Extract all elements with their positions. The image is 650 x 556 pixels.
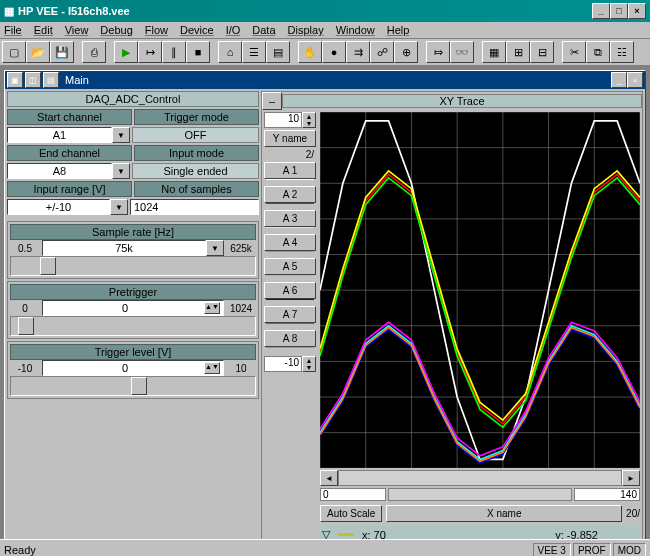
menu-edit[interactable]: Edit [34,24,53,36]
trigger-level-max: 10 [226,363,256,374]
panel-label: DAQ_ADC_Control [7,91,259,107]
add-icon[interactable]: ⊞ [506,41,530,63]
app-icon: ▦ [4,5,14,18]
menu-view[interactable]: View [65,24,89,36]
open-icon[interactable]: 📂 [26,41,50,63]
new-icon[interactable]: ▢ [2,41,26,63]
input-range-select[interactable]: +/-10 ▼ [7,199,128,215]
x-step: 20/ [626,508,640,519]
main-window-title: Main [65,74,89,86]
channel-button-A2[interactable]: A 2 [264,186,316,203]
workspace: ▣ ◫ ▤ Main _ × DAQ_ADC_Control Start cha… [0,66,650,556]
detail-icon[interactable]: ▤ [266,41,290,63]
save-icon[interactable]: 💾 [50,41,74,63]
flow-icon[interactable]: ☍ [370,41,394,63]
trigger-level-value[interactable]: 0 [46,362,204,374]
link-icon[interactable]: ⇉ [346,41,370,63]
channel-button-A4[interactable]: A 4 [264,234,316,251]
titlebar: ▦ HP VEE - I516ch8.vee _ □ × [0,0,650,22]
web-icon[interactable]: ⊕ [394,41,418,63]
run-icon[interactable]: ▶ [114,41,138,63]
main-minimize-button[interactable]: _ [611,72,627,88]
search-icon[interactable]: 👓 [450,41,474,63]
pretrigger-max: 1024 [226,303,256,314]
menu-flow[interactable]: Flow [145,24,168,36]
status-ready: Ready [4,544,36,556]
chevron-down-icon[interactable]: ▼ [112,127,130,143]
cut-icon[interactable]: ✂ [562,41,586,63]
start-channel-select[interactable]: A1 ▼ [7,127,130,143]
menu-window[interactable]: Window [336,24,375,36]
pause-icon[interactable]: ∥ [162,41,186,63]
break-icon[interactable]: ● [322,41,346,63]
channel-button-A5[interactable]: A 5 [264,258,316,275]
y-top-input[interactable]: 10▲▼ [264,112,316,128]
trigger-level-header: Trigger level [V] [10,344,256,360]
main-window-titlebar[interactable]: ▣ ◫ ▤ Main _ × [5,71,645,89]
hand-icon[interactable]: ✋ [298,41,322,63]
control-panel: DAQ_ADC_Control Start channel Trigger mo… [7,91,259,540]
channel-button-A8[interactable]: A 8 [264,330,316,347]
trigger-level-block: Trigger level [V] -10 0▲▼ 10 [7,341,259,399]
no-samples-input[interactable]: 1024 [130,199,259,215]
main-close-button[interactable]: × [627,72,643,88]
menu-file[interactable]: File [4,24,22,36]
menu-debug[interactable]: Debug [100,24,132,36]
y-bottom-input[interactable]: -10▲▼ [264,356,316,372]
print-icon[interactable]: ⎙ [82,41,106,63]
menu-data[interactable]: Data [252,24,275,36]
window-icon-2[interactable]: ◫ [25,72,41,88]
window-icon-3[interactable]: ▤ [43,72,59,88]
paste-icon[interactable]: ☷ [610,41,634,63]
channel-button-A3[interactable]: A 3 [264,210,316,227]
plot-hscroll[interactable]: ◄► [320,470,640,486]
trace-title: XY Trace [282,94,642,108]
trigger-mode-value[interactable]: OFF [132,127,259,143]
window-icon[interactable]: ▣ [7,72,23,88]
sample-rate-slider[interactable] [10,256,256,276]
menubar: File Edit View Debug Flow Device I/O Dat… [0,22,650,39]
copy-icon[interactable]: ⧉ [586,41,610,63]
remove-icon[interactable]: ⊟ [530,41,554,63]
menu-display[interactable]: Display [288,24,324,36]
step-icon[interactable]: ↦ [138,41,162,63]
x-max[interactable]: 140 [574,488,640,501]
find-icon[interactable]: ⤇ [426,41,450,63]
x-min[interactable]: 0 [320,488,386,501]
status-mod: MOD [613,543,646,557]
plot-area[interactable] [320,112,640,468]
menu-device[interactable]: Device [180,24,214,36]
minimize-button[interactable]: _ [592,3,610,19]
x-name-button[interactable]: X name [386,505,622,522]
input-mode-header: Input mode [134,145,259,161]
maximize-button[interactable]: □ [610,3,628,19]
trigger-level-slider[interactable] [10,376,256,396]
list-icon[interactable]: ☰ [242,41,266,63]
input-mode-value[interactable]: Single ended [132,163,259,179]
channel-button-A1[interactable]: A 1 [264,162,316,179]
home-icon[interactable]: ⌂ [218,41,242,63]
end-channel-select[interactable]: A8 ▼ [7,163,130,179]
chevron-down-icon[interactable]: ▼ [206,240,224,256]
pretrigger-value[interactable]: 0 [46,302,204,314]
y-axis-controls: 10▲▼ Y name 2/ A 1A 2A 3A 4A 5A 6A 7A 8 … [262,110,318,542]
close-button[interactable]: × [628,3,646,19]
input-range-header: Input range [V] [7,181,132,197]
pretrigger-slider[interactable] [10,316,256,336]
auto-scale-button[interactable]: Auto Scale [320,505,382,522]
y-name-button[interactable]: Y name [264,130,316,147]
status-vee: VEE 3 [533,543,571,557]
grid-icon[interactable]: ▦ [482,41,506,63]
stop-icon[interactable]: ■ [186,41,210,63]
channel-button-A6[interactable]: A 6 [264,282,316,299]
channel-button-A7[interactable]: A 7 [264,306,316,323]
sample-rate-select[interactable]: 75k ▼ [42,240,224,256]
trace-minimize-button[interactable]: – [262,92,282,110]
menu-io[interactable]: I/O [226,24,241,36]
xy-trace-panel: – XY Trace 10▲▼ Y name 2/ A 1A 2A 3A 4A … [261,91,643,540]
chevron-down-icon[interactable]: ▼ [110,199,128,215]
chevron-down-icon[interactable]: ▼ [112,163,130,179]
start-channel-header: Start channel [7,109,132,125]
menu-help[interactable]: Help [387,24,410,36]
trigger-mode-header: Trigger mode [134,109,259,125]
